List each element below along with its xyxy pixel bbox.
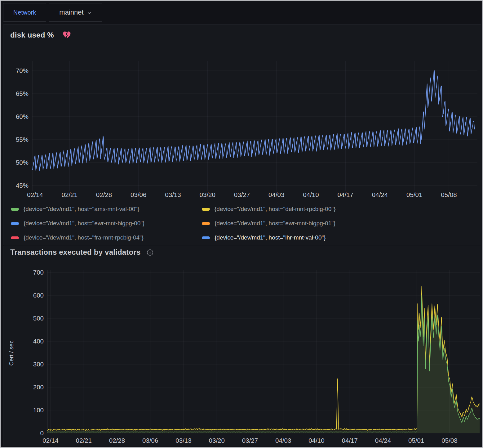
legend-item[interactable]: {device="/dev/md1", host="fra-mnt-rpcbig…: [11, 234, 202, 241]
legend-item[interactable]: {device="/dev/md1", host="lhr-mnt-val-00…: [202, 234, 326, 241]
x-axis-tick-label: 04/24: [375, 437, 391, 444]
transactions-chart[interactable]: 010020030040050060070002/1402/2102/2803/…: [3, 246, 481, 446]
transactions-panel-title[interactable]: Transactions executed by validators: [10, 248, 141, 257]
y-axis-tick-label: 600: [33, 292, 44, 299]
x-axis-tick-label: 04/17: [342, 437, 358, 444]
x-axis-tick-label: 05/01: [408, 437, 424, 444]
network-variable-value[interactable]: mainnet: [59, 8, 83, 16]
y-axis-tick-label: 100: [33, 406, 44, 414]
y-axis-tick-label: 50%: [16, 159, 29, 166]
legend-series-swatch[interactable]: [11, 222, 19, 225]
transactions-panel: Transactions executed by validators 0100…: [3, 246, 481, 446]
legend-series-swatch[interactable]: [202, 208, 210, 211]
x-axis-tick-label: 04/17: [338, 191, 353, 198]
y-axis-tick-label: 400: [33, 338, 44, 345]
legend-item[interactable]: {device="/dev/md1", host="ewr-mnt-bigpg-…: [11, 220, 202, 227]
x-axis-tick-label: 02/14: [27, 191, 43, 198]
y-axis-tick-label: 55%: [16, 136, 29, 143]
gridlines: [47, 270, 480, 433]
legend-series-swatch[interactable]: [202, 236, 210, 239]
x-axis-tick-label: 02/14: [42, 437, 58, 444]
x-axis-tick-label: 03/13: [165, 191, 181, 198]
legend-row: {device="/dev/md1", host="ams-mnt-val-00…: [11, 202, 476, 216]
x-axis-tick-label: 03/27: [234, 191, 250, 198]
x-axis-tick-label: 04/03: [275, 437, 291, 444]
x-axis-tick-label: 05/08: [441, 437, 457, 444]
y-axis-tick-label: 300: [33, 361, 44, 368]
x-axis-tick-label: 02/28: [96, 191, 112, 198]
x-axis-tick-label: 04/24: [372, 191, 388, 198]
series-area-fill: [47, 286, 480, 433]
x-axis-tick-label: 03/13: [175, 437, 191, 444]
legend-series-swatch[interactable]: [11, 236, 19, 239]
legend-series-label[interactable]: {device="/dev/md1", host="fra-mnt-rpcbig…: [24, 234, 144, 241]
x-axis-tick-label: 03/06: [142, 437, 158, 444]
gridlines: [32, 61, 477, 191]
x-axis-tick-label: 02/21: [76, 437, 92, 444]
legend-row: {device="/dev/md1", host="ewr-mnt-bigpg-…: [11, 216, 476, 231]
legend-item[interactable]: {device="/dev/md1", host="ams-mnt-val-00…: [11, 206, 202, 213]
legend-series-label[interactable]: {device="/dev/md1", host="del-mnt-rpcbig…: [215, 206, 335, 213]
network-variable-dropdown[interactable]: mainnet: [49, 3, 102, 22]
x-axis-tick-label: 03/20: [209, 437, 225, 444]
legend-series-swatch[interactable]: [202, 222, 210, 225]
network-variable-label-box: Network: [3, 3, 46, 22]
x-axis-tick-label: 04/10: [303, 191, 319, 198]
y-axis-tick-label: 700: [33, 269, 44, 276]
legend-item[interactable]: {device="/dev/md1", host="del-mnt-rpcbig…: [202, 206, 335, 213]
x-axis-tick-label: 04/03: [268, 191, 284, 198]
x-axis-tick-label: 02/21: [62, 191, 78, 198]
legend-series-swatch[interactable]: [11, 208, 19, 211]
disk-used-panel-title[interactable]: disk used %: [10, 31, 54, 39]
legend-series-label[interactable]: {device="/dev/md1", host="lhr-mnt-val-00…: [215, 234, 326, 241]
legend-series-label[interactable]: {device="/dev/md1", host="ewr-mnt-bigpg-…: [24, 220, 144, 227]
y-axis-tick-label: 60%: [16, 113, 29, 120]
disk-used-panel: disk used % 45%50%55%60%65%70%02/1402/21…: [3, 24, 481, 245]
series-line: [32, 71, 475, 171]
legend-series-label[interactable]: {device="/dev/md1", host="ams-mnt-val-00…: [24, 206, 139, 213]
chevron-down-icon: [87, 11, 92, 16]
legend-item[interactable]: {device="/dev/md1", host="ewr-mnt-bigpg-…: [202, 220, 335, 227]
alert-broken-heart-icon: [63, 31, 71, 39]
x-axis-tick-label: 05/01: [406, 191, 422, 198]
x-axis-tick-label: 04/10: [308, 437, 324, 444]
x-axis-tick-label: 03/27: [242, 437, 258, 444]
y-axis-tick-label: 200: [33, 383, 44, 391]
legend-row: {device="/dev/md1", host="fra-mnt-rpcbig…: [11, 231, 476, 245]
grafana-dashboard: Network mainnet disk used % 45%50%55%60%…: [0, 0, 483, 448]
y-axis-tick-label: 70%: [16, 67, 29, 74]
x-axis-tick-label: 05/08: [441, 191, 457, 198]
x-axis-tick-label: 03/20: [200, 191, 215, 198]
network-variable-label: Network: [13, 9, 36, 16]
series-line: [47, 286, 480, 431]
y-axis-tick-label: 45%: [16, 182, 29, 189]
info-icon[interactable]: [146, 249, 154, 256]
x-axis-tick-label: 02/28: [109, 437, 125, 444]
y-axis-tick-label: 0: [40, 429, 44, 437]
legend-series-label[interactable]: {device="/dev/md1", host="ewr-mnt-bigpg-…: [215, 220, 335, 227]
disk-used-legend: {device="/dev/md1", host="ams-mnt-val-00…: [11, 202, 476, 245]
y-axis-tick-label: 500: [33, 315, 44, 322]
y-axis-tick-label: 65%: [16, 90, 29, 97]
series-line: [47, 295, 480, 432]
x-axis-tick-label: 03/06: [131, 191, 146, 198]
y-axis-title: Cert / sec: [8, 340, 15, 365]
